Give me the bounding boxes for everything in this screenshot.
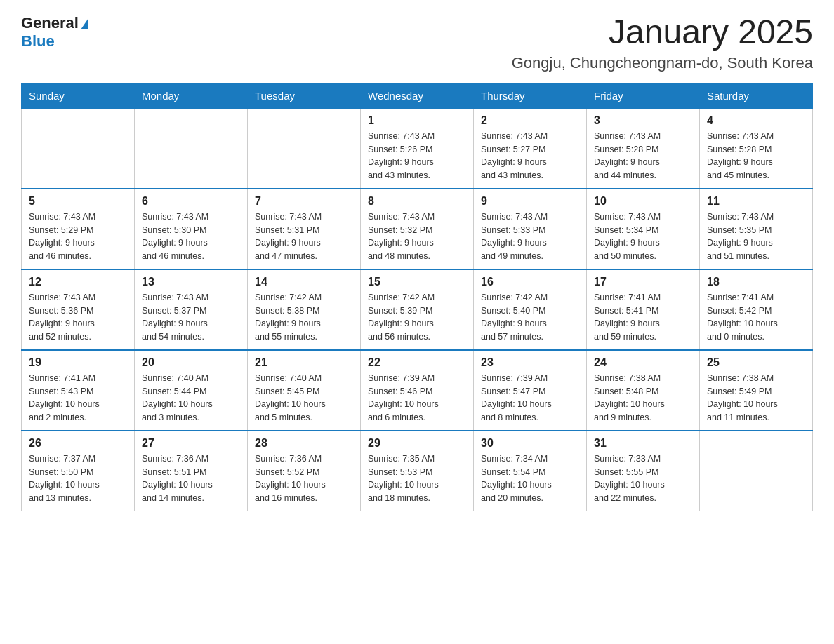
day-info: Sunrise: 7:38 AM Sunset: 5:48 PM Dayligh… xyxy=(594,372,692,424)
day-info: Sunrise: 7:41 AM Sunset: 5:42 PM Dayligh… xyxy=(707,291,805,344)
calendar-cell: 11Sunrise: 7:43 AM Sunset: 5:35 PM Dayli… xyxy=(700,189,813,269)
day-number: 29 xyxy=(368,437,466,450)
calendar-cell: 31Sunrise: 7:33 AM Sunset: 5:55 PM Dayli… xyxy=(587,431,700,511)
day-number: 14 xyxy=(255,276,353,288)
day-info: Sunrise: 7:43 AM Sunset: 5:35 PM Dayligh… xyxy=(707,210,805,263)
calendar-cell: 1Sunrise: 7:43 AM Sunset: 5:26 PM Daylig… xyxy=(361,108,474,189)
day-number: 1 xyxy=(368,114,466,127)
main-title: January 2025 xyxy=(512,14,813,51)
day-info: Sunrise: 7:42 AM Sunset: 5:38 PM Dayligh… xyxy=(255,291,353,344)
subtitle: Gongju, Chungcheongnam-do, South Korea xyxy=(512,54,813,72)
weekday-header-tuesday: Tuesday xyxy=(248,83,361,108)
calendar-cell: 4Sunrise: 7:43 AM Sunset: 5:28 PM Daylig… xyxy=(700,108,813,189)
day-number: 20 xyxy=(142,356,240,369)
day-number: 31 xyxy=(594,437,692,450)
calendar-week-1: 1Sunrise: 7:43 AM Sunset: 5:26 PM Daylig… xyxy=(22,108,813,189)
weekday-header-sunday: Sunday xyxy=(22,83,135,108)
day-info: Sunrise: 7:34 AM Sunset: 5:54 PM Dayligh… xyxy=(481,452,579,505)
day-number: 6 xyxy=(142,195,240,208)
calendar-cell: 26Sunrise: 7:37 AM Sunset: 5:50 PM Dayli… xyxy=(22,431,135,511)
day-info: Sunrise: 7:39 AM Sunset: 5:46 PM Dayligh… xyxy=(368,372,466,424)
day-number: 15 xyxy=(368,276,466,288)
day-info: Sunrise: 7:40 AM Sunset: 5:45 PM Dayligh… xyxy=(255,372,353,424)
calendar-cell: 30Sunrise: 7:34 AM Sunset: 5:54 PM Dayli… xyxy=(474,431,587,511)
day-info: Sunrise: 7:36 AM Sunset: 5:52 PM Dayligh… xyxy=(255,452,353,505)
calendar-cell: 6Sunrise: 7:43 AM Sunset: 5:30 PM Daylig… xyxy=(135,189,248,269)
day-number: 17 xyxy=(594,276,692,288)
calendar-cell: 25Sunrise: 7:38 AM Sunset: 5:49 PM Dayli… xyxy=(700,350,813,431)
calendar-cell: 18Sunrise: 7:41 AM Sunset: 5:42 PM Dayli… xyxy=(700,269,813,350)
day-number: 22 xyxy=(368,356,466,369)
calendar-cell xyxy=(248,108,361,189)
day-info: Sunrise: 7:42 AM Sunset: 5:40 PM Dayligh… xyxy=(481,291,579,344)
day-number: 26 xyxy=(29,437,127,450)
day-number: 28 xyxy=(255,437,353,450)
day-number: 19 xyxy=(29,356,127,369)
day-number: 5 xyxy=(29,195,127,208)
day-info: Sunrise: 7:43 AM Sunset: 5:34 PM Dayligh… xyxy=(594,210,692,263)
day-number: 10 xyxy=(594,195,692,208)
logo-general-text: General xyxy=(21,14,79,32)
day-number: 30 xyxy=(481,437,579,450)
day-number: 3 xyxy=(594,114,692,127)
day-info: Sunrise: 7:38 AM Sunset: 5:49 PM Dayligh… xyxy=(707,372,805,424)
calendar-cell: 16Sunrise: 7:42 AM Sunset: 5:40 PM Dayli… xyxy=(474,269,587,350)
calendar-cell xyxy=(135,108,248,189)
calendar-cell: 27Sunrise: 7:36 AM Sunset: 5:51 PM Dayli… xyxy=(135,431,248,511)
day-info: Sunrise: 7:43 AM Sunset: 5:28 PM Dayligh… xyxy=(707,130,805,182)
weekday-header-friday: Friday xyxy=(587,83,700,108)
day-info: Sunrise: 7:35 AM Sunset: 5:53 PM Dayligh… xyxy=(368,452,466,505)
day-number: 4 xyxy=(707,114,805,127)
day-info: Sunrise: 7:36 AM Sunset: 5:51 PM Dayligh… xyxy=(142,452,240,505)
calendar-cell: 15Sunrise: 7:42 AM Sunset: 5:39 PM Dayli… xyxy=(361,269,474,350)
day-number: 12 xyxy=(29,276,127,288)
calendar-header: SundayMondayTuesdayWednesdayThursdayFrid… xyxy=(22,83,813,108)
day-info: Sunrise: 7:43 AM Sunset: 5:27 PM Dayligh… xyxy=(481,130,579,182)
calendar-cell xyxy=(22,108,135,189)
day-number: 8 xyxy=(368,195,466,208)
calendar-cell: 2Sunrise: 7:43 AM Sunset: 5:27 PM Daylig… xyxy=(474,108,587,189)
calendar-cell: 9Sunrise: 7:43 AM Sunset: 5:33 PM Daylig… xyxy=(474,189,587,269)
day-number: 24 xyxy=(594,356,692,369)
calendar-cell: 24Sunrise: 7:38 AM Sunset: 5:48 PM Dayli… xyxy=(587,350,700,431)
day-info: Sunrise: 7:43 AM Sunset: 5:30 PM Dayligh… xyxy=(142,210,240,263)
calendar-week-3: 12Sunrise: 7:43 AM Sunset: 5:36 PM Dayli… xyxy=(22,269,813,350)
day-info: Sunrise: 7:33 AM Sunset: 5:55 PM Dayligh… xyxy=(594,452,692,505)
day-info: Sunrise: 7:39 AM Sunset: 5:47 PM Dayligh… xyxy=(481,372,579,424)
day-number: 21 xyxy=(255,356,353,369)
calendar-cell: 3Sunrise: 7:43 AM Sunset: 5:28 PM Daylig… xyxy=(587,108,700,189)
calendar-cell: 8Sunrise: 7:43 AM Sunset: 5:32 PM Daylig… xyxy=(361,189,474,269)
page-header: General Blue January 2025 Gongju, Chungc… xyxy=(21,14,813,72)
calendar-cell: 17Sunrise: 7:41 AM Sunset: 5:41 PM Dayli… xyxy=(587,269,700,350)
calendar-week-2: 5Sunrise: 7:43 AM Sunset: 5:29 PM Daylig… xyxy=(22,189,813,269)
day-info: Sunrise: 7:42 AM Sunset: 5:39 PM Dayligh… xyxy=(368,291,466,344)
day-info: Sunrise: 7:40 AM Sunset: 5:44 PM Dayligh… xyxy=(142,372,240,424)
calendar-cell: 29Sunrise: 7:35 AM Sunset: 5:53 PM Dayli… xyxy=(361,431,474,511)
weekday-header-monday: Monday xyxy=(135,83,248,108)
day-number: 13 xyxy=(142,276,240,288)
calendar-cell xyxy=(700,431,813,511)
calendar-cell: 19Sunrise: 7:41 AM Sunset: 5:43 PM Dayli… xyxy=(22,350,135,431)
calendar-cell: 13Sunrise: 7:43 AM Sunset: 5:37 PM Dayli… xyxy=(135,269,248,350)
calendar-cell: 28Sunrise: 7:36 AM Sunset: 5:52 PM Dayli… xyxy=(248,431,361,511)
logo-triangle-icon xyxy=(81,18,88,29)
calendar-week-5: 26Sunrise: 7:37 AM Sunset: 5:50 PM Dayli… xyxy=(22,431,813,511)
calendar-cell: 7Sunrise: 7:43 AM Sunset: 5:31 PM Daylig… xyxy=(248,189,361,269)
day-number: 9 xyxy=(481,195,579,208)
day-number: 7 xyxy=(255,195,353,208)
weekday-header-wednesday: Wednesday xyxy=(361,83,474,108)
day-info: Sunrise: 7:43 AM Sunset: 5:37 PM Dayligh… xyxy=(142,291,240,344)
logo: General Blue xyxy=(21,14,88,51)
calendar-cell: 22Sunrise: 7:39 AM Sunset: 5:46 PM Dayli… xyxy=(361,350,474,431)
day-info: Sunrise: 7:43 AM Sunset: 5:26 PM Dayligh… xyxy=(368,130,466,182)
day-info: Sunrise: 7:43 AM Sunset: 5:28 PM Dayligh… xyxy=(594,130,692,182)
logo-blue-text: Blue xyxy=(21,32,55,50)
weekday-header-thursday: Thursday xyxy=(474,83,587,108)
title-block: January 2025 Gongju, Chungcheongnam-do, … xyxy=(512,14,813,72)
day-info: Sunrise: 7:43 AM Sunset: 5:29 PM Dayligh… xyxy=(29,210,127,263)
day-number: 2 xyxy=(481,114,579,127)
day-info: Sunrise: 7:41 AM Sunset: 5:41 PM Dayligh… xyxy=(594,291,692,344)
weekday-header-saturday: Saturday xyxy=(700,83,813,108)
calendar-week-4: 19Sunrise: 7:41 AM Sunset: 5:43 PM Dayli… xyxy=(22,350,813,431)
day-number: 11 xyxy=(707,195,805,208)
